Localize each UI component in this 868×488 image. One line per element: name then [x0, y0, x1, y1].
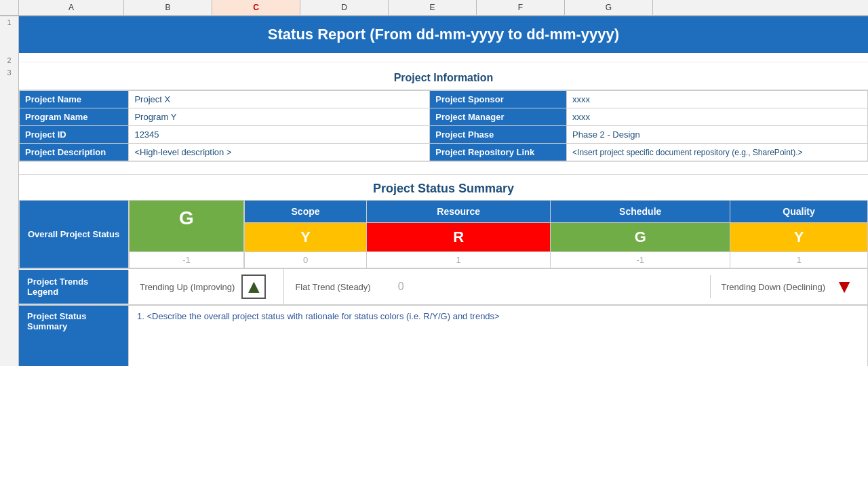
- label-project-description: Project Description: [20, 144, 129, 161]
- value-project-repository[interactable]: <Insert project specific document reposi…: [567, 144, 868, 161]
- trending-down-label: Trending Down (Declining): [722, 282, 825, 292]
- flat-trend-number: 0: [371, 281, 431, 293]
- report-title: Status Report (From dd-mm-yyyy to dd-mm-…: [19, 16, 868, 54]
- trending-up-item: Trending Up (Improving) ▲: [129, 269, 284, 304]
- col-header-d: D: [300, 0, 389, 15]
- project-info-header-row: 3 Project Information: [0, 66, 868, 90]
- trending-down-icon-box: ▼: [832, 274, 856, 299]
- project-info-table: Project Name Project X Project Sponsor x…: [19, 90, 868, 161]
- project-info-title: Project Information: [19, 66, 868, 90]
- flat-trend-item: Flat Trend (Steady) 0: [284, 275, 710, 298]
- trending-up-label: Trending Up (Improving): [140, 282, 235, 292]
- quality-status: Y: [730, 223, 868, 252]
- empty-row-2: 2: [0, 54, 868, 66]
- scope-status: Y: [245, 223, 367, 252]
- overall-status-value: G: [130, 201, 243, 251]
- summary-value[interactable]: 1. <Describe the overall project status …: [129, 305, 868, 366]
- label-project-sponsor: Project Sponsor: [430, 91, 567, 108]
- table-row: Project Description <High-level descript…: [20, 144, 868, 161]
- label-project-repository: Project Repository Link: [430, 144, 567, 161]
- status-summary-title: Project Status Summary: [19, 175, 868, 200]
- resource-status: R: [367, 223, 551, 252]
- value-project-manager[interactable]: xxxx: [567, 108, 868, 126]
- col-scope: Scope: [245, 201, 367, 223]
- col-header-f: F: [477, 0, 565, 15]
- project-status-summary-row: Project Status Summary 1. <Describe the …: [0, 305, 868, 366]
- project-info-table-row: Project Name Project X Project Sponsor x…: [0, 90, 868, 161]
- value-project-sponsor[interactable]: xxxx: [567, 91, 868, 108]
- spacer-row: [0, 161, 868, 175]
- quality-number: 1: [730, 252, 868, 268]
- row-number-header: [0, 0, 19, 15]
- status-columns-table: Scope Resource Schedule Quality Y R G Y: [244, 200, 868, 268]
- value-program-name[interactable]: Program Y: [129, 108, 430, 126]
- table-row: Program Name Program Y Project Manager x…: [20, 108, 868, 126]
- status-summary-header-row: Project Status Summary: [0, 175, 868, 200]
- value-project-name[interactable]: Project X: [129, 91, 430, 108]
- summary-section: Project Status Summary 1. <Describe the …: [19, 305, 868, 366]
- label-project-name: Project Name: [20, 91, 129, 108]
- flat-trend-label: Flat Trend (Steady): [295, 282, 370, 292]
- status-values-row: Y R G Y: [245, 223, 868, 252]
- overall-status-block: G -1: [129, 200, 244, 268]
- col-quality: Quality: [730, 201, 868, 223]
- overall-status-number: -1: [130, 251, 243, 268]
- table-row: Project ID 12345 Project Phase Phase 2 -…: [20, 126, 868, 144]
- status-columns-header-row: Scope Resource Schedule Quality: [245, 201, 868, 223]
- summary-label: Project Status Summary: [19, 305, 129, 366]
- col-header-g: G: [565, 0, 653, 15]
- status-numbers-row: 0 1 -1 1: [245, 252, 868, 268]
- col-header-e: E: [389, 0, 477, 15]
- col-header-c[interactable]: C: [212, 0, 300, 15]
- arrow-down-icon: ▼: [835, 277, 854, 296]
- trends-legend: Project Trends Legend Trending Up (Impro…: [19, 268, 868, 305]
- schedule-status: G: [551, 223, 730, 252]
- trends-legend-label: Project Trends Legend: [19, 270, 129, 304]
- column-headers: A B C D E F G: [0, 0, 868, 16]
- col-resource: Resource: [367, 201, 551, 223]
- resource-number: 1: [367, 252, 551, 268]
- label-project-phase: Project Phase: [430, 126, 567, 144]
- value-project-description[interactable]: <High-level description >: [129, 144, 430, 161]
- overall-project-status-label: Overall Project Status: [19, 200, 129, 268]
- trending-down-item: Trending Down (Declining) ▼: [711, 269, 868, 304]
- value-project-phase[interactable]: Phase 2 - Design: [567, 126, 868, 144]
- col-schedule: Schedule: [551, 201, 730, 223]
- trending-up-icon-box: ▲: [241, 274, 266, 299]
- col-header-b: B: [124, 0, 212, 15]
- title-row: 1 Status Report (From dd-mm-yyyy to dd-m…: [0, 16, 868, 54]
- schedule-number: -1: [551, 252, 730, 268]
- label-project-id: Project ID: [20, 126, 129, 144]
- col-header-a: A: [19, 0, 124, 15]
- label-program-name: Program Name: [20, 108, 129, 126]
- status-grid: Overall Project Status G -1 Scope Resour…: [19, 200, 868, 268]
- table-row: Project Name Project X Project Sponsor x…: [20, 91, 868, 108]
- label-project-manager: Project Manager: [430, 108, 567, 126]
- value-project-id[interactable]: 12345: [129, 126, 430, 144]
- arrow-up-icon: ▲: [245, 277, 264, 296]
- status-grid-row: Overall Project Status G -1 Scope Resour…: [0, 200, 868, 268]
- trends-legend-row: Project Trends Legend Trending Up (Impro…: [0, 268, 868, 305]
- scope-number: 0: [245, 252, 367, 268]
